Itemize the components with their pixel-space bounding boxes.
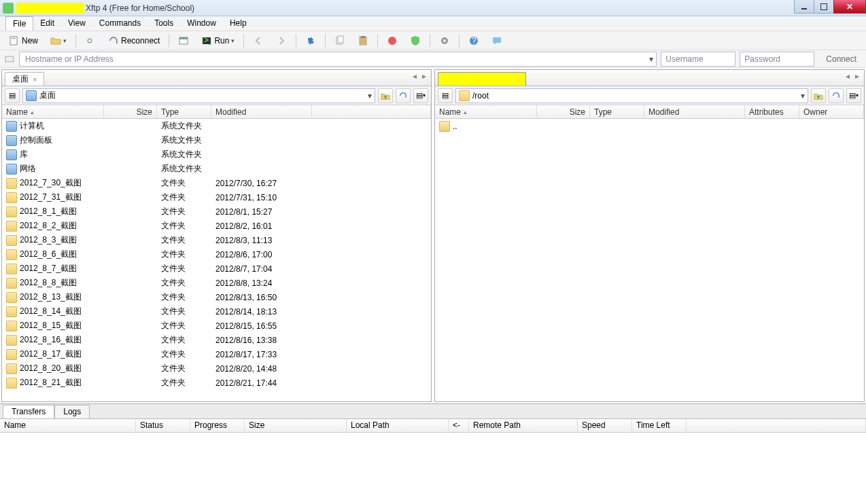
file-row[interactable]: 计算机系统文件夹 bbox=[2, 119, 431, 133]
stop-button[interactable] bbox=[382, 33, 402, 48]
tcol-arrow[interactable]: <-> bbox=[449, 419, 469, 432]
menu-view[interactable]: View bbox=[61, 16, 92, 31]
file-row[interactable]: 2012_8_3_截图文件夹2012/8/3, 11:13 bbox=[2, 233, 431, 247]
folder-icon bbox=[459, 90, 470, 101]
file-row[interactable]: .. bbox=[435, 119, 864, 133]
file-row[interactable]: 2012_8_16_截图文件夹2012/8/16, 13:38 bbox=[2, 333, 431, 347]
file-row[interactable]: 2012_8_21_截图文件夹2012/8/21, 17:44 bbox=[2, 376, 431, 390]
local-file-list[interactable]: 计算机系统文件夹控制面板系统文件夹库系统文件夹网络系统文件夹2012_7_30_… bbox=[2, 119, 431, 401]
remote-pane: ◂▸ ▤ /root ▤▾ Name Size Type Modified At… bbox=[434, 69, 865, 402]
tcol-remotepath[interactable]: Remote Path bbox=[469, 419, 578, 432]
refresh-button[interactable] bbox=[396, 88, 411, 103]
col-modified[interactable]: Modified bbox=[211, 105, 312, 118]
svg-rect-1 bbox=[12, 38, 16, 39]
up-folder-button[interactable] bbox=[378, 88, 393, 103]
reconnect-button[interactable]: Reconnect bbox=[103, 33, 164, 48]
remote-path-combo[interactable]: /root bbox=[455, 88, 808, 103]
back-button[interactable] bbox=[248, 33, 269, 48]
local-tab[interactable]: 桌面× bbox=[5, 72, 44, 86]
file-row[interactable]: 库系统文件夹 bbox=[2, 147, 431, 162]
up-folder-button[interactable] bbox=[811, 88, 826, 103]
sync-button[interactable] bbox=[300, 33, 321, 48]
remote-tab-redacted[interactable] bbox=[438, 72, 526, 86]
col-name[interactable]: Name bbox=[435, 105, 537, 118]
file-row[interactable]: 2012_8_17_截图文件夹2012/8/17, 17:33 bbox=[2, 347, 431, 361]
tab-close-icon[interactable]: × bbox=[33, 75, 37, 84]
menu-window[interactable]: Window bbox=[180, 16, 223, 31]
refresh-button[interactable] bbox=[829, 88, 844, 103]
file-row[interactable]: 2012_8_13_截图文件夹2012/8/13, 16:50 bbox=[2, 290, 431, 304]
layout-button[interactable]: ▤ bbox=[438, 88, 453, 103]
layout-button[interactable]: ▤ bbox=[5, 88, 20, 103]
file-row[interactable]: 2012_8_20_截图文件夹2012/8/20, 14:48 bbox=[2, 361, 431, 376]
col-size[interactable]: Size bbox=[537, 105, 590, 118]
connect-button[interactable]: Connect bbox=[818, 52, 862, 67]
settings-button[interactable] bbox=[434, 33, 455, 48]
chat-button[interactable] bbox=[487, 33, 507, 48]
tcol-localpath[interactable]: Local Path bbox=[347, 419, 449, 432]
host-input[interactable]: Hostname or IP Address bbox=[19, 52, 657, 67]
folder-icon bbox=[6, 321, 17, 331]
new-button[interactable]: New bbox=[4, 33, 43, 48]
sessions-button[interactable] bbox=[173, 33, 194, 48]
file-row[interactable]: 2012_8_6_截图文件夹2012/8/6, 17:00 bbox=[2, 247, 431, 262]
tab-next-icon[interactable]: ▸ bbox=[420, 71, 428, 81]
tab-prev-icon[interactable]: ◂ bbox=[844, 71, 852, 81]
view-dropdown[interactable]: ▤▾ bbox=[846, 88, 861, 103]
file-row[interactable]: 2012_8_8_截图文件夹2012/8/8, 13:24 bbox=[2, 276, 431, 290]
menu-help[interactable]: Help bbox=[223, 16, 254, 31]
file-row[interactable]: 2012_8_7_截图文件夹2012/8/7, 17:04 bbox=[2, 262, 431, 276]
help-button[interactable]: ? bbox=[464, 33, 484, 48]
open-dropdown[interactable]: ▾ bbox=[46, 33, 71, 48]
shield-button[interactable] bbox=[405, 33, 426, 48]
tcol-timeleft[interactable]: Time Left bbox=[632, 419, 687, 432]
file-row[interactable]: 2012_7_31_截图文件夹2012/7/31, 15:10 bbox=[2, 190, 431, 204]
file-row[interactable]: 2012_8_14_截图文件夹2012/8/14, 18:13 bbox=[2, 304, 431, 319]
tcol-size[interactable]: Size bbox=[245, 419, 347, 432]
close-button[interactable] bbox=[833, 0, 866, 14]
menu-tools[interactable]: Tools bbox=[148, 16, 180, 31]
col-size[interactable]: Size bbox=[104, 105, 157, 118]
forward-button[interactable] bbox=[271, 33, 292, 48]
tcol-name[interactable]: Name bbox=[0, 419, 136, 432]
view-dropdown[interactable]: ▤▾ bbox=[413, 88, 428, 103]
transfers-list[interactable] bbox=[0, 433, 866, 504]
tcol-status[interactable]: Status bbox=[136, 419, 190, 432]
col-extra[interactable] bbox=[312, 105, 431, 118]
address-bar: Hostname or IP Address Username Password… bbox=[0, 50, 866, 68]
tcol-extra[interactable] bbox=[687, 419, 866, 432]
menu-commands[interactable]: Commands bbox=[92, 16, 148, 31]
menu-file[interactable]: File bbox=[5, 16, 33, 31]
paste-button[interactable] bbox=[353, 33, 373, 48]
minimize-button[interactable] bbox=[794, 0, 814, 14]
col-type[interactable]: Type bbox=[590, 105, 644, 118]
tcol-progress[interactable]: Progress bbox=[190, 419, 245, 432]
separator bbox=[169, 34, 169, 48]
tab-transfers[interactable]: Transfers bbox=[3, 405, 54, 418]
col-modified[interactable]: Modified bbox=[644, 105, 745, 118]
col-type[interactable]: Type bbox=[157, 105, 211, 118]
col-owner[interactable]: Owner bbox=[799, 105, 864, 118]
arrow-left-icon bbox=[253, 35, 264, 46]
col-attributes[interactable]: Attributes bbox=[745, 105, 799, 118]
menu-edit[interactable]: Edit bbox=[33, 16, 61, 31]
tab-logs[interactable]: Logs bbox=[54, 405, 90, 418]
tab-next-icon[interactable]: ▸ bbox=[853, 71, 861, 81]
run-dropdown[interactable]: >_Run▾ bbox=[196, 33, 239, 48]
remote-file-list[interactable]: .. bbox=[435, 119, 864, 401]
password-input[interactable]: Password bbox=[740, 52, 814, 67]
maximize-button[interactable] bbox=[814, 0, 834, 14]
file-row[interactable]: 2012_8_1_截图文件夹2012/8/1, 15:27 bbox=[2, 204, 431, 219]
file-row[interactable]: 2012_7_30_截图文件夹2012/7/30, 16:27 bbox=[2, 176, 431, 190]
col-name[interactable]: Name bbox=[2, 105, 104, 118]
local-path-combo[interactable]: 桌面 bbox=[22, 88, 375, 103]
file-row[interactable]: 2012_8_15_截图文件夹2012/8/15, 16:55 bbox=[2, 319, 431, 333]
file-row[interactable]: 网络系统文件夹 bbox=[2, 162, 431, 176]
username-input[interactable]: Username bbox=[661, 52, 735, 67]
file-row[interactable]: 控制面板系统文件夹 bbox=[2, 133, 431, 147]
file-row[interactable]: 2012_8_2_截图文件夹2012/8/2, 16:01 bbox=[2, 219, 431, 233]
tcol-speed[interactable]: Speed bbox=[578, 419, 632, 432]
copy-button[interactable] bbox=[330, 33, 350, 48]
link-button[interactable] bbox=[80, 33, 101, 48]
tab-prev-icon[interactable]: ◂ bbox=[411, 71, 419, 81]
